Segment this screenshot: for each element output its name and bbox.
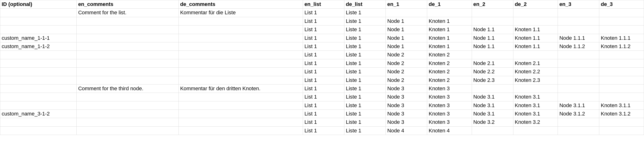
col-header-en-comments: en_comments — [77, 0, 179, 8]
table-cell — [178, 101, 303, 110]
table-cell — [178, 126, 303, 135]
table-cell — [513, 84, 558, 92]
table-cell — [77, 68, 179, 76]
table-cell — [472, 17, 513, 25]
table-cell: Comment for the list. — [77, 8, 179, 17]
table-cell — [0, 26, 77, 34]
table-cell — [0, 68, 77, 76]
table-cell: Knoten 3.1.1 — [599, 101, 644, 110]
table-cell: Node 4 — [386, 126, 427, 135]
table-cell: Knoten 3 — [427, 118, 472, 126]
table-cell — [77, 110, 179, 118]
table-cell: List 1 — [303, 76, 344, 84]
table-cell: List 1 — [303, 42, 344, 50]
table-cell — [0, 118, 77, 126]
table-row: List 1Liste 1Node 2Knoten 2Node 2.3Knote… — [0, 76, 644, 84]
table-cell: Knoten 1 — [427, 34, 472, 42]
table-row: Comment for the list.Kommentar für die L… — [0, 8, 644, 17]
table-cell — [77, 51, 179, 59]
table-cell: Knoten 3 — [427, 84, 472, 92]
table-cell: List 1 — [303, 110, 344, 118]
table-cell — [472, 8, 513, 17]
table-cell — [599, 126, 644, 135]
table-cell — [599, 68, 644, 76]
table-cell: Kommentar für die Liste — [178, 8, 303, 17]
table-cell: Liste 1 — [344, 101, 386, 110]
table-cell: Knoten 1.1.2 — [599, 42, 644, 50]
table-cell — [599, 26, 644, 34]
col-header-en-2: en_2 — [472, 0, 513, 8]
table-cell — [558, 68, 599, 76]
table-cell — [77, 76, 179, 84]
col-header-de-1: de_1 — [427, 0, 472, 8]
table-cell: Node 3.1.1 — [558, 101, 599, 110]
table-cell: Knoten 1 — [427, 26, 472, 34]
table-cell — [0, 126, 77, 135]
table-cell: List 1 — [303, 17, 344, 25]
table-row: List 1Liste 1Node 3Knoten 3Node 3.2Knote… — [0, 118, 644, 126]
table-cell: Liste 1 — [344, 126, 386, 135]
table-cell: Liste 1 — [344, 51, 386, 59]
table-cell — [178, 76, 303, 84]
table-cell: custom_name_1-1-1 — [0, 34, 77, 42]
table-cell: Node 1 — [386, 17, 427, 25]
table-cell: Node 3.1 — [472, 101, 513, 110]
table-header-row: ID (optional) en_comments de_comments en… — [0, 0, 644, 8]
table-cell: Knoten 1.1 — [513, 34, 558, 42]
table-cell — [558, 59, 599, 68]
table-row: List 1Liste 1Node 3Knoten 3Node 3.1Knote… — [0, 101, 644, 110]
table-cell: Node 1.1 — [472, 26, 513, 34]
table-cell — [513, 8, 558, 17]
table-cell — [558, 26, 599, 34]
table-cell — [599, 118, 644, 126]
table-cell — [599, 93, 644, 101]
table-cell: List 1 — [303, 59, 344, 68]
table-cell — [599, 84, 644, 92]
table-cell: Knoten 2.2 — [513, 68, 558, 76]
table-row: custom_name_1-1-2List 1Liste 1Node 1Knot… — [0, 42, 644, 50]
table-cell: Node 2.2 — [472, 68, 513, 76]
table-cell — [558, 51, 599, 59]
table-row: List 1Liste 1Node 1Knoten 1Node 1.1Knote… — [0, 26, 644, 34]
table-cell: List 1 — [303, 68, 344, 76]
table-cell — [178, 34, 303, 42]
table-cell: List 1 — [303, 34, 344, 42]
table-cell — [558, 8, 599, 17]
table-cell: Node 3 — [386, 110, 427, 118]
table-cell: List 1 — [303, 51, 344, 59]
table-row: List 1Liste 1Node 2Knoten 2Node 2.2Knote… — [0, 68, 644, 76]
table-cell: List 1 — [303, 84, 344, 92]
table-cell — [77, 101, 179, 110]
table-cell: Node 2 — [386, 76, 427, 84]
table-cell: Node 2.1 — [472, 59, 513, 68]
col-header-de-3: de_3 — [599, 0, 644, 8]
table-cell: Knoten 3.1 — [513, 101, 558, 110]
table-cell: Knoten 3 — [427, 93, 472, 101]
table-cell: Node 1 — [386, 26, 427, 34]
table-cell: List 1 — [303, 101, 344, 110]
table-cell — [77, 17, 179, 25]
table-cell: Knoten 3 — [427, 110, 472, 118]
table-cell: Knoten 1 — [427, 17, 472, 25]
table-cell — [0, 101, 77, 110]
table-cell: List 1 — [303, 118, 344, 126]
table-cell: Liste 1 — [344, 76, 386, 84]
table-cell: Node 3 — [386, 84, 427, 92]
table-cell: Node 1.1 — [472, 34, 513, 42]
table-cell — [599, 51, 644, 59]
table-cell: List 1 — [303, 93, 344, 101]
table-row: custom_name_3-1-2List 1Liste 1Node 3Knot… — [0, 110, 644, 118]
table-cell: Node 3.1.2 — [558, 110, 599, 118]
table-cell — [0, 93, 77, 101]
table-cell: List 1 — [303, 26, 344, 34]
col-header-en-3: en_3 — [558, 0, 599, 8]
table-cell: Knoten 3.1 — [513, 110, 558, 118]
table-cell — [386, 8, 427, 17]
table-cell — [0, 8, 77, 17]
table-row: List 1Liste 1Node 3Knoten 3Node 3.1Knote… — [0, 93, 644, 101]
table-cell: Knoten 1.1 — [513, 42, 558, 50]
data-table: ID (optional) en_comments de_comments en… — [0, 0, 644, 135]
table-cell — [178, 59, 303, 68]
table-row: List 1Liste 1Node 2Knoten 2 — [0, 51, 644, 59]
table-cell: Knoten 1.1.1 — [599, 34, 644, 42]
